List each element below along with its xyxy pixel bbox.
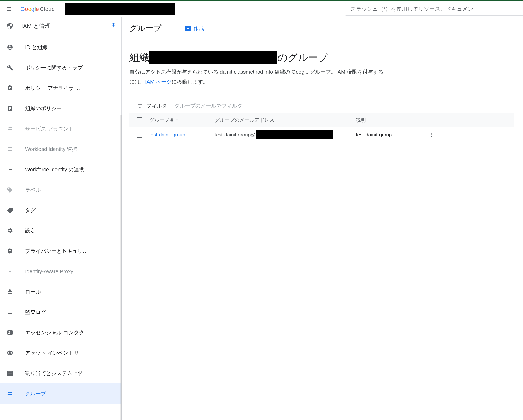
wrench-icon bbox=[4, 65, 16, 71]
org-name-redacted bbox=[149, 51, 277, 64]
sidebar-item-label: エッセンシャル コンタク… bbox=[25, 329, 89, 336]
sidebar-item-workload-identity[interactable]: Workload Identity 連携 bbox=[0, 139, 121, 159]
group-icon bbox=[4, 390, 16, 397]
table-header-row: グループ名↑ グループのメールアドレス 説明 bbox=[129, 113, 514, 127]
sidebar-item-asset-inventory[interactable]: アセット インベントリ bbox=[0, 343, 121, 363]
sidebar-item-groups[interactable]: グループ bbox=[0, 383, 121, 404]
groups-table: グループ名↑ グループのメールアドレス 説明 test-dainit-group… bbox=[129, 113, 514, 142]
column-header-desc[interactable]: 説明 bbox=[356, 117, 424, 124]
column-header-name[interactable]: グループ名↑ bbox=[149, 117, 215, 124]
google-wordmark: Google bbox=[20, 6, 39, 13]
main-content: グループ + 作成 組織 のグループ 自分にアクセス権限が与えられている dai… bbox=[122, 17, 523, 420]
create-group-button[interactable]: + 作成 bbox=[185, 25, 204, 32]
sidebar-item-label: Workforce Identity の連携 bbox=[25, 166, 84, 173]
page-header-row: グループ + 作成 bbox=[122, 20, 523, 39]
service-account-icon bbox=[4, 126, 16, 132]
sidebar-item-tags[interactable]: タグ bbox=[0, 200, 121, 220]
sidebar-item-workforce-identity[interactable]: Workforce Identity の連携 bbox=[0, 159, 121, 180]
tag-icon bbox=[4, 207, 16, 213]
section-description: 自分にアクセス権限が与えられている dainit.classmethod.inf… bbox=[129, 67, 386, 87]
iam-page-link[interactable]: IAM ページ bbox=[145, 79, 172, 85]
sidebar-item-label: ID と組織 bbox=[25, 44, 48, 51]
sidebar-item-label: ラベル bbox=[25, 186, 41, 194]
gear-icon bbox=[4, 227, 16, 234]
sort-arrow-up-icon: ↑ bbox=[176, 118, 178, 123]
sidebar-item-label: 組織のポリシー bbox=[25, 105, 62, 112]
google-cloud-logo[interactable]: Google Cloud bbox=[20, 6, 55, 13]
org-prefix: 組織 bbox=[129, 51, 149, 64]
select-all-checkbox[interactable] bbox=[129, 117, 149, 123]
svg-point-0 bbox=[431, 133, 432, 134]
sidebar-nav: ID と組織 ポリシーに関するトラブ… ポリシー アナライザ … 組織のポリシー… bbox=[0, 35, 121, 404]
sidebar-item-quotas[interactable]: 割り当てとシステム上限 bbox=[0, 363, 121, 383]
column-header-email[interactable]: グループのメールアドレス bbox=[215, 117, 356, 124]
sidebar-item-privacy[interactable]: プライバシーとセキュリ… bbox=[0, 241, 121, 261]
sidebar-item-label: ポリシー アナライザ … bbox=[25, 85, 80, 92]
audit-icon bbox=[4, 309, 16, 315]
group-email-cell: test-dainit-group@ bbox=[215, 130, 356, 139]
filter-bar[interactable]: フィルタ グループのメールでフィルタ bbox=[129, 99, 514, 113]
sidebar-item-org-policy[interactable]: 組織のポリシー bbox=[0, 98, 121, 119]
contacts-icon bbox=[4, 329, 16, 336]
sidebar-item-label: 設定 bbox=[25, 227, 36, 234]
group-desc-cell: test-dainit-group bbox=[356, 132, 424, 138]
desc-part2: に移動します。 bbox=[172, 79, 208, 85]
sidebar-item-label: ポリシーに関するトラブ… bbox=[25, 64, 88, 71]
row-checkbox[interactable] bbox=[129, 132, 149, 138]
sidebar-item-label: 監査ログ bbox=[25, 309, 46, 316]
group-name-link[interactable]: test-dainit-group bbox=[149, 132, 185, 137]
page-title: グループ bbox=[129, 23, 162, 34]
account-icon bbox=[4, 44, 16, 50]
sidebar-item-policy-trouble[interactable]: ポリシーに関するトラブ… bbox=[0, 57, 121, 78]
sidebar-item-service-account[interactable]: サービス アカウント bbox=[0, 119, 121, 139]
sidebar-item-label: サービス アカウント bbox=[25, 125, 74, 132]
svg-point-1 bbox=[431, 134, 432, 135]
doc-icon bbox=[4, 105, 16, 112]
search-input[interactable]: スラッシュ（/）を使用してリソース、ドキュメン bbox=[345, 3, 523, 16]
svg-point-2 bbox=[431, 136, 432, 137]
filter-label: フィルタ bbox=[146, 102, 167, 109]
pin-icon[interactable] bbox=[111, 22, 116, 30]
sidebar: IAM と管理 ID と組織 ポリシーに関するトラブ… ポリシー アナライザ … bbox=[0, 17, 122, 420]
clipboard-icon bbox=[4, 85, 16, 91]
filter-icon bbox=[137, 103, 143, 109]
org-suffix: のグループ bbox=[277, 51, 328, 64]
sidebar-item-label: プライバシーとセキュリ… bbox=[25, 248, 88, 255]
sidebar-title-row: IAM と管理 bbox=[0, 17, 121, 35]
filter-placeholder: グループのメールでフィルタ bbox=[174, 102, 242, 109]
sidebar-item-policy-analyzer[interactable]: ポリシー アナライザ … bbox=[0, 78, 121, 98]
sidebar-scrollbar[interactable] bbox=[120, 115, 122, 420]
privacy-icon bbox=[4, 248, 16, 254]
search-placeholder: スラッシュ（/）を使用してリソース、ドキュメン bbox=[351, 5, 473, 13]
email-prefix: test-dainit-group@ bbox=[215, 132, 256, 138]
nav-menu-button[interactable] bbox=[3, 3, 15, 15]
sidebar-item-identity-org[interactable]: ID と組織 bbox=[0, 37, 121, 57]
sidebar-item-label: タグ bbox=[25, 207, 36, 214]
hamburger-icon bbox=[7, 7, 11, 11]
sidebar-item-roles[interactable]: ロール bbox=[0, 282, 121, 302]
project-selector-redacted[interactable] bbox=[65, 3, 175, 15]
sidebar-item-iap[interactable]: Identity-Aware Proxy bbox=[0, 261, 121, 282]
cloud-wordmark: Cloud bbox=[40, 6, 55, 13]
wif-icon bbox=[4, 146, 16, 152]
sidebar-item-label: Identity-Aware Proxy bbox=[25, 269, 73, 275]
role-icon bbox=[4, 289, 16, 295]
sidebar-item-label: 割り当てとシステム上限 bbox=[25, 370, 83, 377]
list-icon bbox=[4, 166, 16, 173]
sidebar-item-label: Workload Identity 連携 bbox=[25, 146, 77, 153]
row-actions-button[interactable] bbox=[424, 132, 440, 137]
label-icon bbox=[4, 187, 16, 193]
quota-icon bbox=[4, 370, 16, 376]
create-label: 作成 bbox=[194, 25, 204, 32]
sidebar-item-label: アセット インベントリ bbox=[25, 349, 79, 357]
sidebar-item-essential-contacts[interactable]: エッセンシャル コンタク… bbox=[0, 322, 121, 343]
sidebar-item-label: グループ bbox=[25, 390, 46, 397]
section-heading: 組織 のグループ bbox=[129, 51, 514, 64]
sidebar-item-labels[interactable]: ラベル bbox=[0, 180, 121, 200]
sidebar-item-audit-logs[interactable]: 監査ログ bbox=[0, 302, 121, 322]
assets-icon bbox=[4, 350, 16, 356]
iam-shield-icon bbox=[4, 22, 16, 31]
sidebar-title: IAM と管理 bbox=[21, 22, 51, 30]
sidebar-item-settings[interactable]: 設定 bbox=[0, 220, 121, 241]
plus-icon: + bbox=[185, 26, 191, 31]
